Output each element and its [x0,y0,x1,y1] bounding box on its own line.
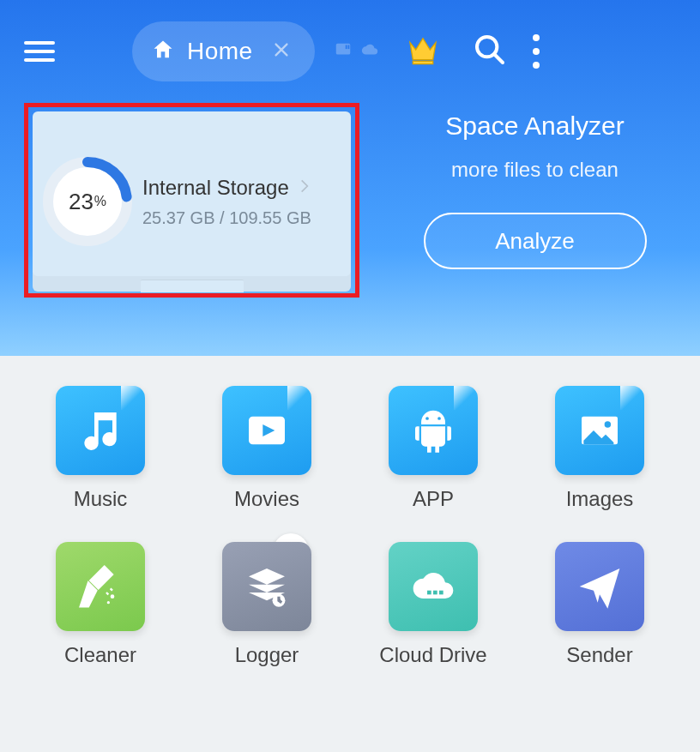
hero-content: 23% Internal Storage 25.37 GB / 109.55 G… [0,86,700,298]
cloud-icon [389,542,478,631]
tile-label: Movies [234,487,299,511]
svg-point-11 [111,594,115,599]
sdcard-icon [332,40,354,63]
space-analyzer-panel: Space Analyzer more files to clean Analy… [394,103,676,298]
tile-clouddrive[interactable]: Cloud Drive [367,542,499,667]
storage-percent-value: 23 [69,189,94,215]
stack-icon [222,542,311,631]
storage-bytes: 25.37 GB / 109.55 GB [142,208,313,228]
tile-app[interactable]: APP [367,386,499,511]
svg-rect-1 [345,45,347,50]
music-icon [56,386,145,475]
svg-rect-16 [439,591,444,595]
svg-line-4 [494,54,503,63]
category-grid: MusicMoviesAPPImagesCleaner90LoggerCloud… [0,356,700,693]
chevron-right-icon [296,176,313,200]
tab-home-label: Home [187,38,253,65]
tile-cleaner[interactable]: Cleaner [34,542,166,667]
cloud-icon [359,40,380,63]
tab-home[interactable]: Home [132,21,315,81]
storage-gauge: 23% [39,153,136,250]
inactive-tab-icons [332,40,380,63]
storage-title: Internal Storage [142,176,289,200]
tile-label: APP [413,487,454,511]
close-icon[interactable] [272,40,291,63]
movie-icon [222,386,311,475]
svg-point-7 [425,417,429,420]
tile-label: Sender [566,643,632,667]
svg-rect-15 [433,591,438,595]
tile-label: Cloud Drive [379,643,486,667]
crown-icon[interactable] [404,33,442,70]
android-icon [389,386,478,475]
internal-storage-card[interactable]: 23% Internal Storage 25.37 GB / 109.55 G… [33,111,351,292]
storage-percent-unit: % [94,194,106,209]
top-bar: Home [0,17,700,86]
image-icon [555,386,644,475]
header-hero: Home [0,0,700,356]
tile-label: Logger [235,643,299,667]
svg-rect-2 [347,45,349,50]
tile-logger[interactable]: 90Logger [201,542,333,667]
tile-label: Images [566,487,634,511]
analyzer-subtitle: more files to clean [394,158,676,182]
svg-point-8 [438,417,441,420]
broom-icon [56,542,145,631]
home-icon [151,38,175,65]
svg-point-10 [605,421,611,427]
svg-point-12 [107,601,110,604]
analyze-button-label: Analyze [495,228,575,255]
tile-music[interactable]: Music [34,386,166,511]
tile-movies[interactable]: Movies [201,386,333,511]
search-icon[interactable] [473,33,507,70]
analyzer-title: Space Analyzer [394,111,676,141]
tile-sender[interactable]: Sender [534,542,666,667]
tile-label: Music [74,487,128,511]
svg-rect-14 [427,591,431,595]
tile-label: Cleaner [64,643,136,667]
tile-images[interactable]: Images [534,386,666,511]
storage-card-highlight: 23% Internal Storage 25.37 GB / 109.55 G… [24,103,359,298]
more-icon[interactable] [533,34,540,69]
analyze-button[interactable]: Analyze [424,213,647,269]
plane-icon [555,542,644,631]
menu-icon[interactable] [24,36,55,67]
